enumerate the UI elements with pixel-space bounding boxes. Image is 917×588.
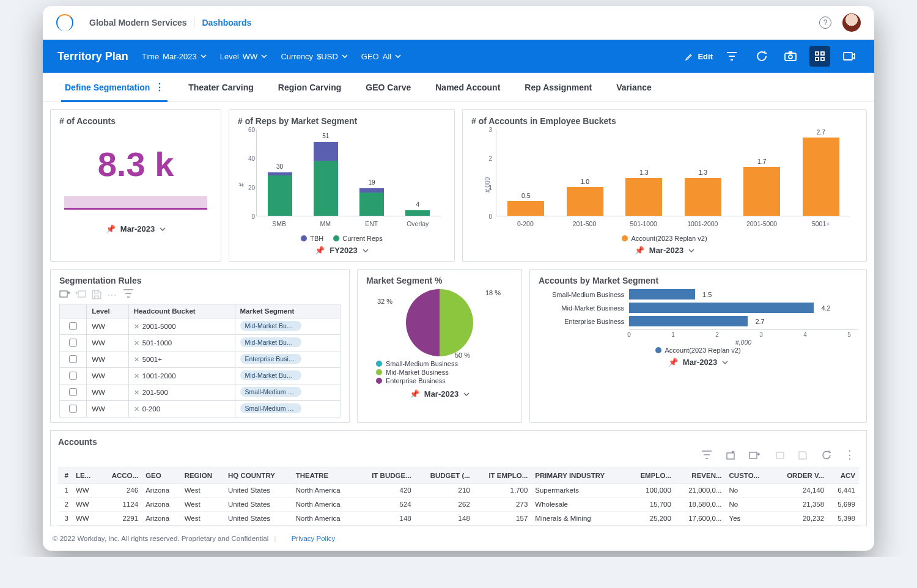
- table-row[interactable]: 2WW1124ArizonaWestUnited StatesNorth Ame…: [58, 498, 859, 512]
- remove-icon[interactable]: ✕: [134, 356, 139, 363]
- period-selector[interactable]: 📌 Mar-2023: [539, 354, 858, 368]
- chevron-down-icon: [688, 249, 694, 252]
- chevron-down-icon: [463, 392, 470, 396]
- checkbox[interactable]: [69, 388, 77, 396]
- toolbar-icon[interactable]: [75, 289, 86, 299]
- card-title: Accounts by Market Segment: [539, 276, 858, 285]
- accounts-count-value: 8.3 k: [59, 144, 212, 184]
- workday-logo-icon[interactable]: [56, 14, 73, 31]
- svg-rect-0: [785, 53, 796, 61]
- tab-geo-carve[interactable]: GEO Carve: [364, 73, 412, 101]
- table-row[interactable]: WW ✕2001-5000 Mid-Market Busi...: [60, 318, 341, 335]
- toolbar-icon[interactable]: [773, 450, 784, 463]
- tab-menu-icon[interactable]: ⋮: [155, 81, 164, 93]
- save-icon[interactable]: [91, 289, 102, 299]
- period-selector[interactable]: 📌 Mar-2023: [471, 242, 858, 256]
- segment-pill[interactable]: Mid-Market Busi...: [240, 337, 301, 347]
- accounts-sparkline: [64, 196, 207, 210]
- pin-icon: 📌: [106, 224, 116, 233]
- card-employee-buckets: # of Accounts in Employee Buckets #,000 …: [462, 109, 867, 262]
- bar-row: Enterprise Business 2.7: [539, 316, 858, 326]
- checkbox[interactable]: [69, 322, 77, 330]
- card-segmentation-rules: Segmentation Rules ⋯ LevelHeadcount Buck…: [50, 269, 350, 423]
- segment-pill[interactable]: Small-Medium B...: [240, 403, 301, 413]
- chevron-down-icon: [722, 361, 728, 364]
- bar-row: Mid-Market Business 4.2: [539, 303, 858, 313]
- table-row[interactable]: 3WW2291ArizonaWestUnited StatesNorth Ame…: [58, 512, 859, 526]
- tab-variance[interactable]: Variance: [615, 73, 653, 101]
- segment-pill[interactable]: Mid-Market Busi...: [240, 321, 301, 331]
- more-icon[interactable]: ⋮: [844, 450, 855, 463]
- table-row[interactable]: WW ✕501-1000 Mid-Market Busi...: [60, 335, 341, 351]
- import-icon[interactable]: [749, 450, 760, 463]
- user-avatar[interactable]: [842, 13, 861, 32]
- checkbox[interactable]: [69, 355, 77, 363]
- period-selector[interactable]: 📌 FY2023: [238, 242, 446, 256]
- export-icon[interactable]: [726, 450, 735, 463]
- tab-region-carving[interactable]: Region Carving: [277, 73, 342, 101]
- refresh-icon[interactable]: [751, 46, 772, 67]
- svg-rect-2: [816, 52, 819, 55]
- refresh-icon[interactable]: [821, 450, 831, 463]
- card-title: # of Accounts: [59, 116, 212, 126]
- card-accounts-count: # of Accounts 8.3 k 📌 Mar-2023: [50, 109, 221, 262]
- footer: © 2022 Workday, Inc. All rights reserved…: [43, 530, 874, 551]
- filter-currency[interactable]: Currency$USD: [278, 50, 350, 64]
- checkbox[interactable]: [69, 339, 77, 347]
- period-selector[interactable]: 📌 Mar-2023: [59, 221, 212, 235]
- table-row[interactable]: WW ✕201-500 Small-Medium B...: [60, 384, 341, 401]
- filter-geo[interactable]: GEOAll: [359, 50, 403, 64]
- toolbar-icon[interactable]: [59, 289, 70, 299]
- remove-icon[interactable]: ✕: [134, 323, 139, 330]
- filter-icon[interactable]: [123, 289, 134, 299]
- camera-icon[interactable]: [780, 46, 801, 67]
- checkbox[interactable]: [69, 405, 77, 413]
- accounts-table: #LE...ACCO...GEOREGIONHQ COUNTRYTHEATREI…: [58, 468, 859, 526]
- segment-pill[interactable]: Mid-Market Busi...: [240, 370, 301, 380]
- pin-icon: 📌: [410, 389, 419, 399]
- help-icon[interactable]: ?: [819, 17, 831, 29]
- present-icon[interactable]: [839, 46, 860, 67]
- tab-theater-carving[interactable]: Theater Carving: [187, 73, 255, 101]
- chevron-down-icon: [363, 249, 369, 252]
- filter-level[interactable]: LevelWW: [218, 50, 270, 64]
- svg-rect-8: [78, 291, 86, 297]
- svg-rect-7: [60, 291, 67, 297]
- segment-pill[interactable]: Small-Medium B...: [240, 387, 301, 397]
- remove-icon[interactable]: ✕: [134, 405, 139, 413]
- svg-point-1: [789, 55, 792, 59]
- tab-define-segmentation[interactable]: Define Segmentation⋮: [64, 73, 165, 101]
- svg-rect-6: [844, 53, 852, 60]
- card-title: Accounts: [58, 437, 859, 447]
- grid-view-icon[interactable]: [809, 46, 830, 67]
- remove-icon[interactable]: ✕: [134, 339, 139, 347]
- filter-time[interactable]: TimeMar-2023: [139, 50, 209, 64]
- table-row[interactable]: WW ✕1001-2000 Mid-Market Busi...: [60, 368, 341, 384]
- bar-row: Small-Medium Business 1.5: [539, 289, 858, 300]
- period-selector[interactable]: 📌 Mar-2023: [366, 386, 513, 400]
- edit-button[interactable]: Edit: [685, 52, 713, 61]
- tab-rep-assignment[interactable]: Rep Assignment: [523, 73, 593, 101]
- rules-table: LevelHeadcount BucketMarket Segment WW ✕…: [59, 304, 341, 417]
- remove-icon[interactable]: ✕: [134, 372, 139, 380]
- tab-named-account[interactable]: Named Account: [434, 73, 501, 101]
- segment-pill[interactable]: Enterprise Busin...: [240, 354, 301, 364]
- table-row[interactable]: WW ✕5001+ Enterprise Busin...: [60, 351, 341, 368]
- toolbar-icon[interactable]: ⋯: [107, 289, 118, 299]
- pin-icon: 📌: [315, 246, 325, 255]
- filter-icon[interactable]: [701, 450, 712, 463]
- remove-icon[interactable]: ✕: [134, 389, 139, 396]
- chevron-down-icon: [160, 227, 166, 231]
- filter-icon[interactable]: [721, 46, 742, 67]
- privacy-link[interactable]: Privacy Policy: [292, 535, 336, 542]
- card-market-segment-pct: Market Segment % 18 % 50 % 32 % Small-Me…: [357, 269, 522, 423]
- table-row[interactable]: 1WW246ArizonaWestUnited StatesNorth Amer…: [58, 483, 859, 498]
- svg-rect-10: [749, 452, 757, 458]
- checkbox[interactable]: [69, 372, 77, 380]
- org-name: Global Modern Services: [82, 18, 194, 28]
- save-icon[interactable]: [798, 450, 808, 463]
- svg-rect-9: [727, 453, 734, 459]
- dashboards-link[interactable]: Dashboards: [194, 18, 259, 28]
- card-title: # of Accounts in Employee Buckets: [471, 116, 858, 126]
- table-row[interactable]: WW ✕0-200 Small-Medium B...: [60, 401, 341, 417]
